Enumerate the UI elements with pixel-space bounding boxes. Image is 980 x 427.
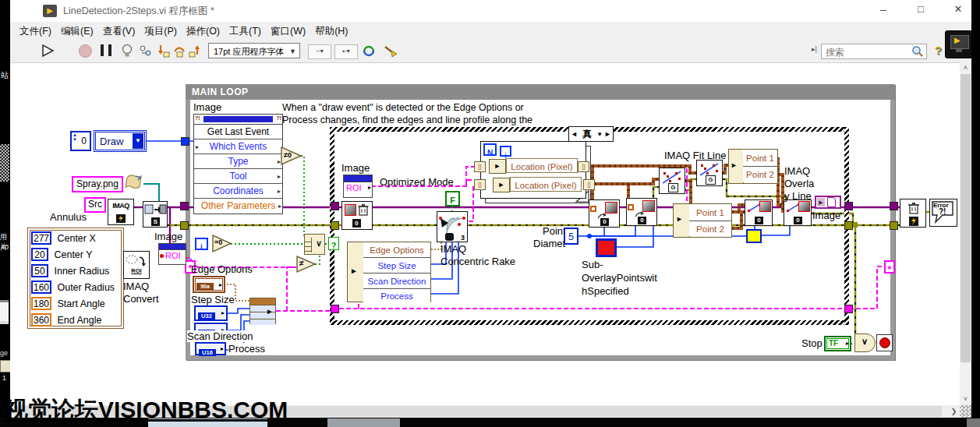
center-y-input[interactable]: 20	[31, 248, 48, 261]
scroll-up-icon[interactable]: ˄	[960, 62, 971, 73]
draw-enum-control[interactable]: Draw ▼	[94, 130, 147, 152]
menu-file[interactable]: 文件(F)	[15, 23, 56, 41]
case-tunnel-roi-right[interactable]	[844, 305, 853, 313]
fit-line-node-1[interactable]: G	[659, 168, 685, 194]
search-icon[interactable]	[911, 45, 924, 58]
points-unbundle-bottom[interactable]: ► Point 1 Point 2	[673, 203, 732, 238]
fit-line-node-2[interactable]: G	[696, 160, 723, 186]
autoindex-tunnel[interactable]: []	[578, 161, 589, 172]
point2-row[interactable]: Point 2	[743, 166, 777, 182]
align-objects-dropdown[interactable]: ▫▫▾	[308, 44, 331, 59]
taskbar-thumbnail[interactable]	[967, 418, 980, 427]
maximize-button[interactable]: □	[909, 3, 932, 19]
tunnel-image-left[interactable]	[180, 202, 189, 210]
tunnel-error-right[interactable]	[890, 221, 898, 230]
event-row-type[interactable]: Type▸	[194, 154, 282, 168]
clear-overlay-node[interactable]: 0	[341, 201, 373, 230]
step-size-u32-control[interactable]: U32 ▸	[194, 305, 228, 321]
case-tunnel-error-right[interactable]	[844, 221, 853, 230]
start-angle-input[interactable]: 180	[31, 297, 51, 310]
case-image-roi-node[interactable]: ROI ▸	[343, 175, 373, 198]
menu-help[interactable]: 帮助(H)	[310, 23, 352, 41]
case-tunnel-image-left[interactable]	[331, 202, 339, 210]
point-diameter-constant[interactable]: 5	[564, 228, 578, 245]
case-border-bottom[interactable]	[330, 320, 849, 325]
case-selector-box[interactable]: ◄ 真 ▼ ►	[568, 126, 614, 142]
search-box[interactable]	[821, 44, 927, 59]
case-prev-icon[interactable]: ◄	[571, 130, 578, 138]
abort-button[interactable]	[79, 44, 92, 58]
case-tunnel-error-left[interactable]	[331, 221, 339, 230]
minimize-button[interactable]: –	[872, 3, 895, 19]
red-color-box[interactable]	[596, 238, 617, 257]
stop-boolean-control[interactable]: TF ▸	[824, 336, 851, 351]
unbundle-row-step-size[interactable]: Step Size	[363, 257, 430, 273]
not-equal-node[interactable]: ≠	[296, 256, 317, 273]
menu-project[interactable]: 项目(P)	[140, 23, 182, 41]
unbundle-row-scan-direction[interactable]: Scan Direction	[363, 273, 430, 288]
points-unbundle-top[interactable]: ► Point 1 Point 2	[728, 149, 778, 184]
case-next-icon[interactable]: ►	[604, 130, 611, 138]
point2-row[interactable]: Point 2	[689, 221, 731, 236]
equal-zero-node[interactable]: =0	[212, 235, 232, 253]
context-help-icon[interactable]: ?	[935, 44, 942, 57]
edge-options-control[interactable]: 90a ▸	[193, 276, 225, 293]
event-row-coordinates[interactable]: Coordinates▸	[194, 183, 282, 198]
inner-radius-input[interactable]: 50	[31, 264, 48, 277]
distribute-objects-dropdown[interactable]: ▪▫▾	[334, 44, 358, 59]
tunnel-error-left[interactable]	[180, 221, 189, 230]
vertical-scrollbar[interactable]: ˄ ˅	[960, 62, 971, 405]
menu-operate[interactable]: 操作(O)	[182, 23, 225, 41]
shift-register-right[interactable]: ▲	[884, 260, 895, 273]
menu-view[interactable]: 查看(V)	[98, 23, 140, 41]
labview-tray-icon[interactable]: ▶	[945, 30, 973, 58]
overlay-line-node-1[interactable]: 0	[745, 199, 773, 226]
overlay-line-node-2[interactable]: 0	[784, 199, 812, 226]
compound-or-node[interactable]: ∨	[304, 234, 325, 255]
retain-wire-values-icon[interactable]	[139, 44, 153, 58]
imaq-readfile-node[interactable]: S	[143, 201, 168, 228]
imaq-create-node[interactable]: IMAQ	[108, 199, 134, 225]
not-equal-zero-node[interactable]: ≠0	[281, 146, 302, 166]
iteration-terminal[interactable]: i	[195, 238, 208, 250]
yellow-color-box[interactable]	[746, 229, 762, 243]
simple-error-handler-node[interactable]: Error ?!	[929, 199, 957, 227]
scroll-down-icon[interactable]: ˅	[960, 393, 971, 405]
event-row-other-parameters[interactable]: Other Parameters▸	[194, 198, 282, 213]
unbundle-row-process[interactable]: Process	[363, 288, 430, 302]
spray-string-constant[interactable]: Spray.png	[72, 176, 123, 192]
loop-condition-terminal[interactable]	[876, 334, 893, 351]
image-roi-property-node[interactable]: ROI	[158, 243, 186, 265]
vertical-scroll-thumb[interactable]	[961, 74, 971, 362]
resize-objects-icon[interactable]	[361, 44, 377, 58]
overlay-points-node-2[interactable]: 0	[626, 198, 657, 226]
point1-row[interactable]: Point 1	[689, 204, 731, 221]
clean-up-diagram-icon[interactable]	[383, 44, 398, 58]
unbundle-row-edge-options[interactable]: Edge Options	[363, 242, 430, 257]
event-row-tool[interactable]: Tool▸	[194, 168, 282, 183]
event-data-node[interactable]: ?! ?! Get Last Event ▸Which Events Type▸…	[193, 114, 283, 214]
image-ref-indicator[interactable]: ▶	[815, 196, 841, 209]
stepper-arrows-icon[interactable]: ▲▼	[73, 132, 77, 142]
highlight-execution-icon[interactable]	[121, 43, 133, 58]
tunnel-draw[interactable]	[181, 137, 189, 146]
center-x-input[interactable]: 277	[31, 231, 51, 245]
case-tunnel-image-right[interactable]	[844, 202, 853, 210]
case-selector-terminal[interactable]: ?	[328, 237, 339, 250]
path-constant-icon[interactable]	[125, 173, 143, 192]
autoindex-tunnel[interactable]: []	[474, 161, 486, 172]
edge-options-unbundle[interactable]: ► Edge Options Step Size Scan Direction …	[347, 242, 431, 302]
overlay-points-node-1[interactable]: 0	[589, 199, 620, 228]
taskbar-thumbnail[interactable]	[327, 418, 400, 427]
for-loop-iteration-terminal[interactable]: i	[500, 146, 511, 157]
imaq-convert-node[interactable]: ROI	[123, 251, 150, 279]
resize-grip[interactable]	[960, 405, 971, 418]
step-into-icon[interactable]	[157, 44, 171, 58]
outer-radius-input[interactable]: 160	[31, 281, 51, 294]
autoindex-tunnel[interactable]: []	[583, 179, 595, 190]
chevron-down-icon[interactable]: ▼	[596, 131, 603, 138]
scroll-right-icon[interactable]: ❯	[948, 405, 960, 418]
concentric-rake-node[interactable]: 3	[437, 211, 468, 242]
imaq-dispose-node[interactable]	[900, 199, 926, 228]
or-gate-node[interactable]: ∨	[854, 333, 876, 352]
